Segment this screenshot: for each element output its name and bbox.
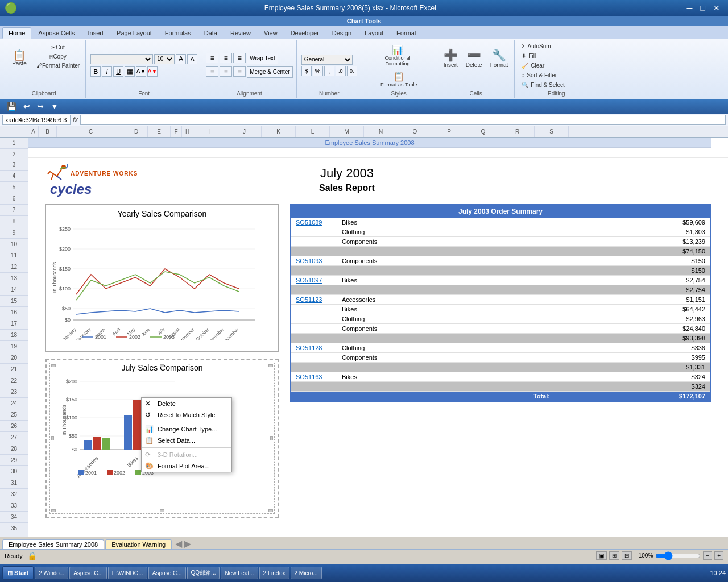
- resize-handle-bottom-left[interactable]: [51, 509, 56, 512]
- format-button[interactable]: 🔧 Format: [487, 42, 511, 74]
- tab-design[interactable]: Design: [326, 27, 358, 39]
- row-num-1[interactable]: 1: [0, 138, 28, 149]
- tab-layout[interactable]: Layout: [358, 27, 390, 39]
- resize-handle-left[interactable]: [51, 436, 54, 440]
- row-num-13[interactable]: 13: [0, 273, 28, 284]
- autosum-button[interactable]: Σ AutoSum: [519, 42, 593, 51]
- col-header-P[interactable]: P: [432, 126, 466, 137]
- row-num-26[interactable]: 26: [0, 421, 28, 432]
- row-num-30[interactable]: 30: [0, 466, 28, 477]
- row-num-32[interactable]: 32: [0, 489, 28, 500]
- row-num-20[interactable]: 20: [0, 352, 28, 364]
- resize-handle-top[interactable]: [160, 364, 164, 367]
- taskbar-btn-5[interactable]: New Feat...: [221, 567, 258, 579]
- col-header-B[interactable]: B: [39, 126, 57, 137]
- tab-view[interactable]: View: [258, 27, 284, 39]
- col-header-L[interactable]: L: [296, 126, 330, 137]
- start-button[interactable]: ⊞ Start: [2, 566, 34, 580]
- bold-button[interactable]: B: [90, 66, 101, 77]
- font-name-select[interactable]: [90, 54, 153, 64]
- save-qa-button[interactable]: 💾: [5, 101, 19, 112]
- align-top-left-button[interactable]: ≡: [206, 53, 218, 63]
- row-num-3[interactable]: 3: [0, 159, 28, 171]
- zoom-out-button[interactable]: −: [703, 551, 712, 560]
- col-header-D[interactable]: D: [125, 126, 148, 137]
- col-header-H[interactable]: H: [182, 126, 193, 137]
- row-num-23[interactable]: 23: [0, 386, 28, 398]
- percent-button[interactable]: %: [313, 66, 323, 76]
- formula-input[interactable]: [80, 115, 726, 125]
- row-num-31[interactable]: 31: [0, 477, 28, 489]
- col-header-A[interactable]: A: [28, 126, 39, 137]
- zoom-slider[interactable]: [655, 551, 701, 560]
- order-link-SO51128[interactable]: SO51128: [291, 343, 330, 353]
- taskbar-btn-6[interactable]: 2 Firefox: [259, 567, 289, 579]
- find-select-button[interactable]: 🔍 Find & Select: [519, 81, 593, 89]
- normal-view-button[interactable]: ▣: [596, 551, 607, 560]
- wrap-text-button[interactable]: Wrap Text: [247, 53, 278, 64]
- taskbar-btn-3[interactable]: Aspose.C...: [148, 567, 186, 579]
- col-header-E[interactable]: E: [148, 126, 171, 137]
- increase-decimal-button[interactable]: .0: [336, 66, 346, 76]
- sheet-tab-warning[interactable]: Evaluation Warning: [105, 539, 172, 549]
- ctx-reset[interactable]: ↺ Reset to Match Style: [142, 409, 231, 421]
- cut-button[interactable]: ✂ Cut: [34, 43, 82, 52]
- resize-handle-right[interactable]: [270, 436, 273, 440]
- row-num-15[interactable]: 15: [0, 296, 28, 307]
- row-num-10[interactable]: 10: [0, 239, 28, 250]
- row-num-4[interactable]: 4: [0, 171, 28, 182]
- row-num-35[interactable]: 35: [0, 523, 28, 534]
- redo-qa-button[interactable]: ↪: [35, 101, 46, 112]
- format-painter-button[interactable]: 🖌 Format Painter: [34, 61, 82, 70]
- tab-review[interactable]: Review: [224, 27, 257, 39]
- sheet-scroll-icon[interactable]: ◀: [175, 538, 182, 549]
- decrease-decimal-button[interactable]: 0.: [347, 66, 357, 76]
- undo-qa-button[interactable]: ↩: [21, 101, 32, 112]
- taskbar-btn-4[interactable]: QQ邮箱...: [187, 567, 220, 579]
- row-num-2[interactable]: 2: [0, 149, 28, 159]
- order-link-SO51123[interactable]: SO51123: [291, 295, 330, 305]
- zoom-in-button[interactable]: +: [714, 551, 723, 560]
- ctx-delete[interactable]: ✕ Delete: [142, 398, 231, 409]
- minimize-button[interactable]: ─: [684, 2, 696, 14]
- format-as-table-button[interactable]: 📋 Format as Table: [378, 69, 420, 89]
- sheet-scroll-right-icon[interactable]: ▶: [184, 538, 191, 549]
- page-layout-button[interactable]: ⊞: [609, 551, 619, 560]
- row-num-9[interactable]: 9: [0, 227, 28, 239]
- col-header-J[interactable]: J: [228, 126, 262, 137]
- row-num-33[interactable]: 33: [0, 500, 28, 512]
- decrease-font-button[interactable]: A: [187, 54, 197, 64]
- row-num-11[interactable]: 11: [0, 250, 28, 261]
- row-num-12[interactable]: 12: [0, 261, 28, 273]
- ctx-select-data[interactable]: 📋 Select Data...: [142, 435, 231, 446]
- align-bottom-center-button[interactable]: ≡: [220, 66, 232, 77]
- row-num-18[interactable]: 18: [0, 330, 28, 341]
- col-header-S[interactable]: S: [535, 126, 569, 137]
- comma-button[interactable]: ,: [324, 66, 334, 76]
- fill-button[interactable]: ⬇ Fill: [519, 52, 593, 60]
- row-num-27[interactable]: 27: [0, 432, 28, 443]
- ctx-change-type[interactable]: 📊 Change Chart Type...: [142, 423, 231, 435]
- row-num-16[interactable]: 16: [0, 307, 28, 318]
- delete-button[interactable]: ➖ Delete: [463, 42, 485, 74]
- col-header-C[interactable]: C: [57, 126, 125, 137]
- paste-button[interactable]: 📋 Paste: [6, 42, 33, 74]
- resize-handle-bottom[interactable]: [160, 509, 164, 512]
- row-num-7[interactable]: 7: [0, 205, 28, 216]
- row-num-8[interactable]: 8: [0, 216, 28, 227]
- sort-filter-button[interactable]: ↕ Sort & Filter: [519, 71, 593, 80]
- align-bottom-left-button[interactable]: ≡: [206, 66, 218, 77]
- align-bottom-right-button[interactable]: ≡: [233, 66, 246, 77]
- tab-insert[interactable]: Insert: [82, 27, 110, 39]
- border-button[interactable]: ▦: [125, 66, 135, 77]
- col-header-F[interactable]: F: [171, 126, 182, 137]
- order-link-SO51097[interactable]: SO51097: [291, 276, 330, 285]
- order-link-SO51163[interactable]: SO51163: [291, 372, 330, 382]
- row-num-28[interactable]: 28: [0, 443, 28, 455]
- align-top-center-button[interactable]: ≡: [220, 53, 232, 63]
- italic-button[interactable]: I: [102, 66, 112, 77]
- tab-developer[interactable]: Developer: [284, 27, 325, 39]
- insert-button[interactable]: ➕ Insert: [441, 42, 461, 74]
- row-num-25[interactable]: 25: [0, 409, 28, 421]
- col-header-K[interactable]: K: [262, 126, 296, 137]
